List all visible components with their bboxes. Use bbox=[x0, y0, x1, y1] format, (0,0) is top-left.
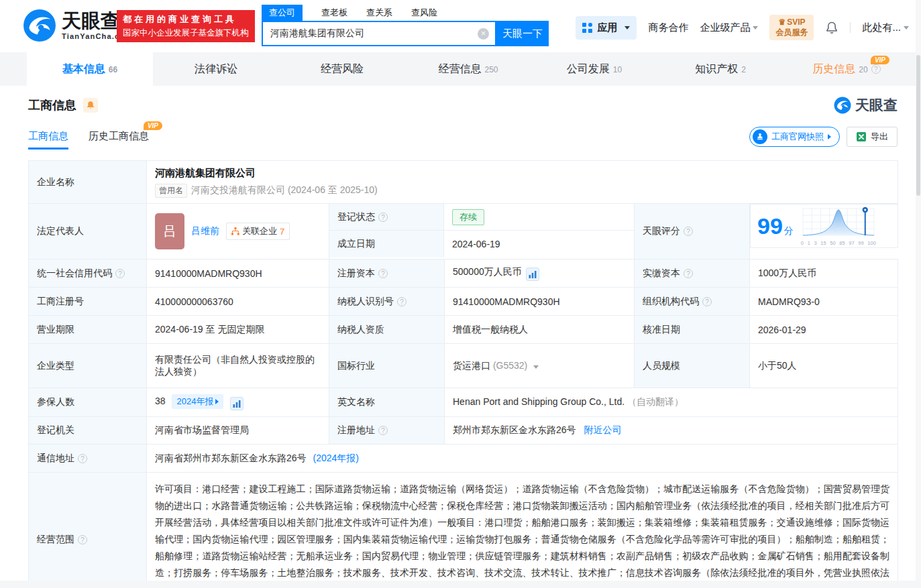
help-icon[interactable]: ? bbox=[378, 426, 388, 435]
english-name-label: 英文名称 bbox=[329, 388, 445, 417]
search-tab-company[interactable]: 查公司 bbox=[262, 5, 303, 21]
tab-operating-info[interactable]: 经营信息 250 bbox=[405, 52, 531, 86]
page-tab-bar: 基本信息 66 法律诉讼 经营风险 经营信息 250 公司发展 10 知识产权 … bbox=[0, 52, 921, 86]
taxpayer-quality-label: 纳税人资质 bbox=[329, 316, 445, 344]
scrollbar-thumb[interactable] bbox=[916, 55, 920, 196]
tab-label: 知识产权 bbox=[695, 62, 738, 76]
chevron-down-icon bbox=[533, 365, 539, 369]
user-menu[interactable]: 此处有... bbox=[862, 21, 909, 34]
tab-count: 250 bbox=[484, 65, 498, 74]
clear-search-icon[interactable]: × bbox=[478, 28, 489, 40]
reg-capital-value: 500000万人民币 bbox=[453, 266, 522, 277]
score-unit: 分 bbox=[784, 225, 794, 236]
monitor-bell-button[interactable] bbox=[83, 98, 98, 113]
insured-cell: 38 2024年报 bbox=[147, 388, 329, 417]
vip-badge: VIP bbox=[144, 121, 162, 130]
apps-menu[interactable]: 应用 bbox=[576, 16, 637, 40]
slogan-line1: 都在用的商业查询工具 bbox=[123, 13, 249, 25]
svip-member-button[interactable]: ♛SVIP 会员服务 bbox=[769, 15, 814, 40]
stamp-icon bbox=[753, 129, 767, 144]
status-badge: 存续 bbox=[452, 209, 484, 225]
establish-date-label: 成立日期 bbox=[329, 231, 444, 257]
tab-count: 20 bbox=[859, 65, 867, 74]
company-name-label: 企业名称 bbox=[29, 161, 147, 204]
svip-service-label: 会员服务 bbox=[775, 27, 808, 38]
legal-rep-avatar[interactable]: 吕 bbox=[155, 213, 184, 249]
score-cell[interactable]: 99分 bbox=[750, 204, 898, 248]
tab-legal-proceedings[interactable]: 法律诉讼 bbox=[153, 52, 279, 86]
help-icon[interactable]: ? bbox=[684, 269, 693, 278]
company-name: 河南港航集团有限公司 bbox=[155, 167, 889, 180]
business-term-value: 2024-06-19 至 无固定期限 bbox=[147, 316, 329, 344]
help-icon[interactable]: ? bbox=[397, 297, 407, 306]
capital-trend-icon[interactable] bbox=[526, 268, 539, 281]
search-tab-risk[interactable]: 查风险 bbox=[411, 7, 437, 19]
taxpayer-quality-value: 增值税一般纳税人 bbox=[445, 316, 635, 344]
staff-size-label: 人员规模 bbox=[635, 344, 750, 388]
tab-label: 经营信息 bbox=[438, 62, 481, 76]
tianyancha-logo[interactable]: 天眼查 TianYanCha.com bbox=[23, 9, 132, 42]
paid-capital-value: 1000万人民币 bbox=[750, 259, 898, 288]
help-icon[interactable]: ? bbox=[684, 227, 693, 236]
taxpayer-id-label: 纳税人识别号 bbox=[337, 296, 394, 308]
reg-capital-cell: 500000万人民币 bbox=[445, 259, 635, 288]
search-tab-relation[interactable]: 查关系 bbox=[366, 7, 392, 19]
taxpayer-id-value: 91410000MADMRQ930H bbox=[445, 288, 635, 316]
business-scope-label: 经营范围 bbox=[37, 534, 74, 546]
apps-label: 应用 bbox=[597, 21, 617, 34]
section-title: 工商信息 bbox=[28, 97, 76, 113]
tab-history-info[interactable]: VIP 历史信息 20 ? bbox=[783, 52, 910, 86]
scrollbar[interactable] bbox=[916, 0, 921, 588]
tab-basic-info[interactable]: 基本信息 66 bbox=[27, 52, 153, 86]
related-companies-button[interactable]: 关联企业 7 bbox=[226, 223, 290, 240]
former-name-badge: 曾用名 bbox=[155, 184, 187, 198]
user-menu-label: 此处有... bbox=[862, 21, 901, 34]
insured-trend-icon[interactable] bbox=[230, 397, 243, 410]
business-coop-label: 商务合作 bbox=[648, 21, 688, 34]
registry-value: 河南省市场监督管理局 bbox=[147, 417, 329, 445]
company-name-cell: 河南港航集团有限公司 曾用名 河南交投港航有限公司 (2024-06 至 202… bbox=[147, 161, 898, 204]
reg-address-value: 郑州市郑东新区金水东路26号 bbox=[453, 424, 576, 435]
notification-bell-button[interactable] bbox=[825, 21, 838, 34]
help-icon[interactable]: ? bbox=[78, 454, 87, 463]
reg-number-label: 工商注册号 bbox=[29, 288, 147, 316]
legal-rep-name-link[interactable]: 吕维前 bbox=[191, 225, 219, 237]
search-tab-boss[interactable]: 查老板 bbox=[321, 7, 347, 19]
org-code-label: 组织机构代码 bbox=[643, 296, 699, 308]
help-icon[interactable]: ? bbox=[115, 269, 125, 278]
enterprise-products-label: 企业级产品 bbox=[700, 21, 750, 34]
slogan-banner: 都在用的商业查询工具 国家中小企业发展子基金旗下机构 bbox=[117, 10, 255, 42]
annual-report-link[interactable]: 2024年报 bbox=[172, 394, 223, 409]
nav-business-coop[interactable]: 商务合作 bbox=[648, 21, 688, 34]
chevron-down-icon bbox=[753, 26, 758, 30]
tab-intellectual-property[interactable]: 知识产权 2 bbox=[657, 52, 783, 86]
search-button[interactable]: 天眼一下 bbox=[496, 21, 549, 46]
subtab-business-info[interactable]: 工商信息 bbox=[28, 130, 68, 150]
legal-rep-label: 法定代表人 bbox=[29, 204, 147, 259]
annual-report-link[interactable]: (2024年报) bbox=[313, 453, 358, 463]
help-icon[interactable]: ? bbox=[78, 535, 87, 544]
tab-company-development[interactable]: 公司发展 10 bbox=[531, 52, 657, 86]
subtab-history-business-info[interactable]: VIP 历史工商信息 bbox=[89, 130, 149, 150]
excel-icon bbox=[856, 131, 867, 142]
search-input[interactable] bbox=[263, 22, 495, 45]
export-button[interactable]: 导出 bbox=[847, 127, 898, 147]
mail-address-label: 通信地址 bbox=[37, 453, 74, 465]
auto-translate-note: （自动翻译） bbox=[627, 396, 684, 407]
subtab-label: 历史工商信息 bbox=[89, 130, 149, 141]
help-icon[interactable]: ? bbox=[378, 213, 388, 222]
help-icon[interactable]: ? bbox=[702, 297, 712, 306]
nav-enterprise-products[interactable]: 企业级产品 bbox=[700, 21, 758, 34]
industry-cell[interactable]: 货运港口 (G5532) bbox=[445, 344, 635, 388]
bell-icon bbox=[86, 101, 95, 110]
export-label: 导出 bbox=[871, 131, 888, 143]
nearby-companies-link[interactable]: 附近公司 bbox=[584, 424, 621, 435]
tab-label: 法律诉讼 bbox=[195, 62, 237, 76]
help-icon[interactable]: ? bbox=[378, 269, 388, 278]
tab-operating-risk[interactable]: 经营风险 bbox=[279, 52, 405, 86]
company-type-label: 企业类型 bbox=[29, 344, 147, 388]
search-input-wrap: × bbox=[262, 21, 496, 46]
help-icon[interactable]: ? bbox=[871, 64, 881, 74]
official-snapshot-button[interactable]: 工商官网快照 bbox=[749, 127, 840, 147]
industry-code: (G5532) bbox=[493, 360, 527, 371]
